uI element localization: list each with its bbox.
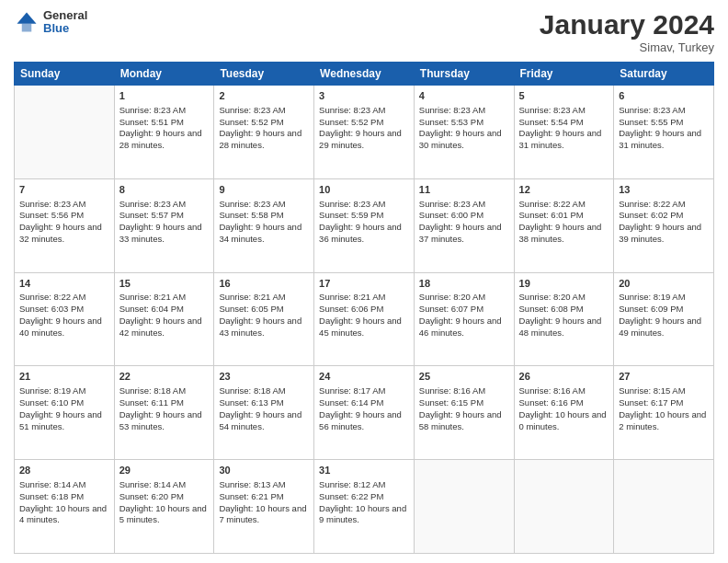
sunset-text: Sunset: 6:15 PM [419, 397, 483, 408]
calendar-cell: 4Sunrise: 8:23 AMSunset: 5:53 PMDaylight… [414, 86, 514, 179]
col-monday: Monday [114, 63, 214, 86]
calendar-cell: 9Sunrise: 8:23 AMSunset: 5:58 PMDaylight… [214, 178, 314, 272]
sunset-text: Sunset: 6:22 PM [319, 491, 383, 501]
sunset-text: Sunset: 6:21 PM [219, 491, 283, 501]
sunrise-text: Sunrise: 8:16 AM [419, 385, 485, 396]
day-number: 12 [519, 183, 609, 197]
daylight-text: Daylight: 9 hours and 29 minutes. [319, 128, 402, 150]
daylight-text: Daylight: 9 hours and 38 minutes. [519, 222, 602, 244]
sunrise-text: Sunrise: 8:15 AM [619, 385, 685, 396]
sunrise-text: Sunrise: 8:23 AM [619, 105, 685, 115]
page: General Blue January 2024 Simav, Turkey … [0, 0, 728, 563]
calendar-cell [15, 86, 115, 179]
day-number: 3 [319, 89, 409, 103]
daylight-text: Daylight: 9 hours and 49 minutes. [619, 316, 701, 338]
calendar-cell: 20Sunrise: 8:19 AMSunset: 6:09 PMDayligh… [614, 272, 714, 366]
day-number: 6 [619, 89, 709, 103]
logo-icon [14, 9, 40, 35]
calendar-cell: 22Sunrise: 8:18 AMSunset: 6:11 PMDayligh… [114, 366, 214, 460]
sunset-text: Sunset: 6:07 PM [419, 304, 483, 314]
sunset-text: Sunset: 6:11 PM [119, 397, 184, 408]
sunrise-text: Sunrise: 8:16 AM [519, 385, 586, 396]
sunrise-text: Sunrise: 8:13 AM [219, 479, 285, 489]
sunset-text: Sunset: 5:59 PM [319, 210, 383, 220]
sunrise-text: Sunrise: 8:20 AM [519, 292, 586, 302]
sunrise-text: Sunrise: 8:22 AM [19, 292, 85, 302]
daylight-text: Daylight: 9 hours and 28 minutes. [119, 128, 202, 150]
calendar-week-2: 7Sunrise: 8:23 AMSunset: 5:56 PMDaylight… [15, 178, 714, 272]
svg-rect-1 [22, 24, 32, 32]
header: General Blue January 2024 Simav, Turkey [14, 9, 714, 54]
sunset-text: Sunset: 5:54 PM [519, 117, 584, 127]
daylight-text: Daylight: 10 hours and 4 minutes. [19, 503, 107, 525]
sunset-text: Sunset: 6:10 PM [19, 397, 84, 408]
sunrise-text: Sunrise: 8:23 AM [419, 199, 485, 209]
sunset-text: Sunset: 5:51 PM [119, 117, 184, 127]
day-number: 27 [619, 370, 709, 384]
day-number: 7 [19, 183, 109, 197]
calendar-cell: 15Sunrise: 8:21 AMSunset: 6:04 PMDayligh… [114, 272, 214, 366]
calendar-cell: 5Sunrise: 8:23 AMSunset: 5:54 PMDaylight… [514, 86, 614, 179]
day-number: 24 [319, 370, 409, 384]
col-tuesday: Tuesday [214, 63, 314, 86]
sunset-text: Sunset: 6:08 PM [519, 304, 584, 314]
sunset-text: Sunset: 6:20 PM [119, 491, 184, 501]
sunset-text: Sunset: 6:01 PM [519, 210, 584, 220]
daylight-text: Daylight: 10 hours and 7 minutes. [219, 503, 306, 525]
day-number: 9 [219, 183, 309, 197]
month-title: January 2024 [540, 9, 714, 40]
sunset-text: Sunset: 6:04 PM [119, 304, 184, 314]
day-number: 23 [219, 370, 309, 384]
svg-marker-0 [17, 13, 37, 24]
day-number: 19 [519, 277, 609, 291]
daylight-text: Daylight: 9 hours and 36 minutes. [319, 222, 402, 244]
calendar-cell: 14Sunrise: 8:22 AMSunset: 6:03 PMDayligh… [15, 272, 115, 366]
day-number: 29 [119, 464, 210, 477]
col-wednesday: Wednesday [314, 63, 415, 86]
sunset-text: Sunset: 6:17 PM [619, 397, 683, 408]
sunrise-text: Sunrise: 8:19 AM [19, 385, 85, 396]
calendar-cell: 2Sunrise: 8:23 AMSunset: 5:52 PMDaylight… [214, 86, 314, 179]
calendar-cell: 10Sunrise: 8:23 AMSunset: 5:59 PMDayligh… [314, 178, 415, 272]
day-number: 5 [519, 89, 609, 103]
sunrise-text: Sunrise: 8:21 AM [319, 292, 385, 302]
calendar-cell: 16Sunrise: 8:21 AMSunset: 6:05 PMDayligh… [214, 272, 314, 366]
sunrise-text: Sunrise: 8:23 AM [419, 105, 485, 115]
col-friday: Friday [514, 63, 614, 86]
logo-blue-text: Blue [43, 22, 87, 35]
daylight-text: Daylight: 9 hours and 30 minutes. [419, 128, 502, 150]
calendar-cell: 8Sunrise: 8:23 AMSunset: 5:57 PMDaylight… [114, 178, 214, 272]
day-number: 15 [119, 277, 210, 291]
calendar-cell: 3Sunrise: 8:23 AMSunset: 5:52 PMDaylight… [314, 86, 415, 179]
daylight-text: Daylight: 9 hours and 45 minutes. [319, 316, 402, 338]
sunset-text: Sunset: 6:13 PM [219, 397, 283, 408]
calendar-week-5: 28Sunrise: 8:14 AMSunset: 6:18 PMDayligh… [15, 460, 714, 554]
day-number: 1 [119, 89, 210, 103]
daylight-text: Daylight: 9 hours and 51 minutes. [19, 409, 102, 431]
calendar-cell [614, 460, 714, 554]
day-number: 16 [219, 277, 309, 291]
sunset-text: Sunset: 5:52 PM [319, 117, 383, 127]
calendar-cell: 18Sunrise: 8:20 AMSunset: 6:07 PMDayligh… [414, 272, 514, 366]
logo-general-text: General [43, 9, 87, 22]
day-number: 25 [419, 370, 509, 384]
daylight-text: Daylight: 10 hours and 0 minutes. [519, 409, 607, 431]
calendar-cell [514, 460, 614, 554]
day-number: 30 [219, 464, 309, 477]
col-thursday: Thursday [414, 63, 514, 86]
sunrise-text: Sunrise: 8:23 AM [119, 105, 186, 115]
calendar-cell: 25Sunrise: 8:16 AMSunset: 6:15 PMDayligh… [414, 366, 514, 460]
calendar-cell: 11Sunrise: 8:23 AMSunset: 6:00 PMDayligh… [414, 178, 514, 272]
daylight-text: Daylight: 9 hours and 37 minutes. [419, 222, 502, 244]
sunrise-text: Sunrise: 8:14 AM [119, 479, 186, 489]
calendar-cell: 12Sunrise: 8:22 AMSunset: 6:01 PMDayligh… [514, 178, 614, 272]
sunrise-text: Sunrise: 8:21 AM [119, 292, 186, 302]
calendar-table: Sunday Monday Tuesday Wednesday Thursday… [14, 62, 714, 554]
daylight-text: Daylight: 9 hours and 42 minutes. [119, 316, 202, 338]
calendar-cell: 28Sunrise: 8:14 AMSunset: 6:18 PMDayligh… [15, 460, 115, 554]
sunrise-text: Sunrise: 8:22 AM [519, 199, 586, 209]
day-number: 4 [419, 89, 509, 103]
daylight-text: Daylight: 10 hours and 5 minutes. [119, 503, 207, 525]
day-number: 22 [119, 370, 210, 384]
daylight-text: Daylight: 9 hours and 34 minutes. [219, 222, 301, 244]
